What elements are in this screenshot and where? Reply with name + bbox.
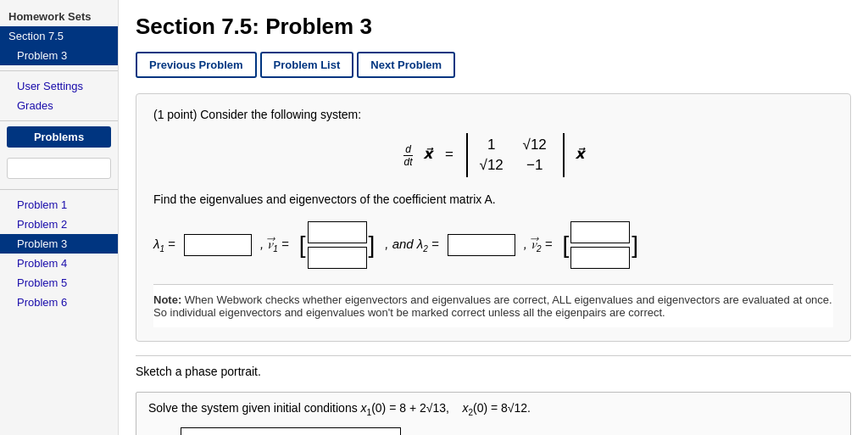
v2-input2[interactable] [570, 247, 630, 269]
sketch-label: Sketch a phase portrait. [136, 365, 261, 378]
sidebar-item-problem[interactable]: Problem 3 [0, 46, 118, 65]
page-title: Section 7.5: Problem 3 [136, 14, 851, 40]
lambda1-input[interactable] [184, 234, 252, 256]
eigenvalue-row: λ1 = , 𝑣⃗1 = [ ] , and λ2 = , 𝑣⃗2 = [ [153, 221, 833, 269]
matrix-values: 1 √12 √12 −1 [475, 137, 556, 174]
note-text: When Webwork checks whether eigenvectors… [153, 293, 832, 319]
x1-row: x1 = [148, 427, 838, 435]
find-text: Find the eigenvalues and eigenvectors of… [153, 192, 833, 206]
sidebar-item-user-settings[interactable]: User Settings [0, 76, 118, 96]
v1-input1[interactable] [308, 221, 367, 243]
nav-buttons: Previous Problem Problem List Next Probl… [136, 52, 851, 78]
next-problem-button[interactable]: Next Problem [357, 52, 455, 78]
equals-sign: = [445, 146, 453, 162]
v1-bracket: [ ] [298, 221, 377, 269]
v2-label: , 𝑣⃗2 = [524, 237, 553, 254]
divider1 [0, 70, 118, 71]
matrix-equation: d dt x⃗ = 1 √12 √12 −1 x⃗ [153, 133, 833, 177]
sidebar: Homework Sets Section 7.5 Problem 3 User… [0, 0, 119, 435]
bracket-right-1: ] [367, 221, 377, 269]
homework-sets-label: Homework Sets [0, 7, 118, 26]
divider2 [0, 120, 118, 121]
v2-inputs [570, 221, 630, 269]
x1-solution-input[interactable] [181, 427, 401, 435]
sidebar-item-problem1[interactable]: Problem 1 [0, 195, 118, 215]
bracket-right-2: ] [630, 221, 640, 269]
problems-button[interactable]: Problems [7, 126, 111, 148]
vec-x-left: x⃗ [423, 146, 432, 162]
sketch-section: Sketch a phase portrait. [136, 355, 851, 383]
problem-search-input[interactable] [7, 158, 111, 179]
prev-problem-button[interactable]: Previous Problem [136, 52, 257, 78]
sidebar-item-problem2[interactable]: Problem 2 [0, 215, 118, 234]
v2-input1[interactable] [570, 221, 630, 243]
sidebar-item-problem3[interactable]: Problem 3 [0, 234, 118, 254]
fraction-d-dt: d dt [403, 143, 415, 168]
v2-bracket: [ ] [561, 221, 641, 269]
v1-inputs [308, 221, 367, 269]
and-lambda2-label: , and λ2 = [385, 237, 438, 254]
sidebar-item-section[interactable]: Section 7.5 [0, 26, 118, 46]
vec-x-right: x⃗ [575, 146, 584, 162]
divider3 [0, 189, 118, 190]
problem-list-button[interactable]: Problem List [260, 52, 354, 78]
coefficient-matrix: 1 √12 √12 −1 [466, 133, 565, 177]
v1-input2[interactable] [308, 247, 367, 269]
sidebar-item-problem5[interactable]: Problem 5 [0, 273, 118, 293]
lambda1-label: λ1 = [153, 237, 175, 254]
bracket-left-2: [ [561, 221, 571, 269]
x1-label: x1 = [148, 430, 174, 435]
problem-intro: (1 point) Consider the following system: [153, 108, 833, 121]
main-content: Section 7.5: Problem 3 Previous Problem … [119, 0, 868, 435]
problem-box: (1 point) Consider the following system:… [136, 93, 851, 342]
v1-label: , 𝑣⃗1 = [260, 237, 289, 254]
solve-intro: Solve the system given initial condition… [148, 401, 838, 417]
solve-section: Solve the system given initial condition… [136, 392, 851, 435]
sidebar-item-problem6[interactable]: Problem 6 [0, 293, 118, 312]
bracket-left-1: [ [298, 221, 308, 269]
sidebar-item-grades[interactable]: Grades [0, 96, 118, 115]
note-box: Note: When Webwork checks whether eigenv… [153, 284, 833, 327]
note-title: Note: [153, 293, 181, 306]
lambda2-input[interactable] [448, 234, 515, 256]
sidebar-item-problem4[interactable]: Problem 4 [0, 254, 118, 273]
